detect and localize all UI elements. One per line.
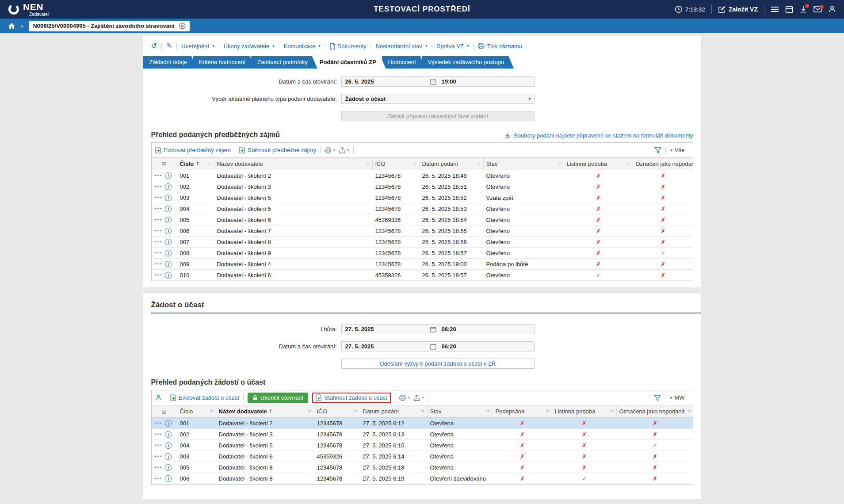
info-icon[interactable]: i — [165, 464, 172, 471]
row-actions-icon[interactable]: ••• — [154, 454, 163, 458]
calendar-button[interactable] — [785, 5, 793, 13]
column-header-ico[interactable]: IČO▽ — [314, 405, 360, 417]
info-icon[interactable]: i — [165, 206, 172, 212]
row-actions-icon[interactable]: ••• — [154, 262, 163, 266]
calendar-icon[interactable] — [430, 344, 436, 350]
downloads-button[interactable] — [799, 5, 807, 13]
column-filter-icon[interactable]: ▽ — [412, 162, 416, 166]
start-next-phase-button[interactable]: Zahájit přípravu následující fáze podání — [341, 111, 535, 121]
tab-kriteria-hodnoceni[interactable]: Kritéria hodnocení — [193, 56, 256, 69]
info-icon[interactable]: i — [165, 172, 172, 179]
add-request-button[interactable]: Evidovat žádost o účast — [170, 394, 239, 401]
table-row[interactable]: ••• i 001 Dodavatel - školení 2 12345678… — [152, 418, 693, 429]
column-header-ico[interactable]: IČO▽ — [373, 158, 420, 170]
open-datetime-input[interactable]: 26. 5. 2025 19:00 — [341, 76, 535, 87]
row-actions-icon[interactable]: ••• — [154, 206, 163, 211]
info-icon[interactable]: i — [165, 442, 172, 449]
download-requests-button[interactable]: Stáhnout žádosti o účast — [316, 394, 387, 401]
menu-komunikace[interactable]: Komunikace▾ — [284, 43, 321, 50]
menu-sprava-vz[interactable]: Správa VZ▾ — [436, 43, 469, 50]
table-row[interactable]: ••• i 002 Dodavatel - školení 3 12345678… — [152, 181, 693, 192]
add-prelim-button[interactable]: Evidovat předběžný zájem — [155, 147, 231, 153]
column-filter-icon[interactable]: ▽ — [206, 162, 211, 166]
time-value[interactable]: 06:20 — [442, 326, 456, 332]
table-row[interactable]: ••• i 004 Dodavatel - školení 5 12345678… — [152, 203, 693, 214]
row-actions-icon[interactable]: ••• — [154, 421, 163, 425]
row-actions-icon[interactable]: ••• — [154, 432, 163, 436]
print-table-button[interactable]: ▾ — [325, 147, 335, 153]
deadline-input[interactable]: 27. 5. 2025 06:20 — [341, 324, 535, 334]
row-actions-icon[interactable]: ••• — [154, 443, 163, 447]
download-prelim-button[interactable]: Stáhnout předběžné zájmy — [239, 147, 316, 153]
column-header-cislo[interactable]: Číslo↑▽ — [177, 158, 214, 170]
column-filter-icon[interactable]: ▽ — [686, 409, 691, 413]
home-button[interactable] — [8, 23, 15, 29]
row-actions-icon[interactable]: ••• — [154, 229, 163, 233]
row-actions-icon[interactable]: ••• — [154, 173, 163, 178]
column-filter-icon[interactable]: ▽ — [556, 162, 561, 166]
tab-vysledek[interactable]: Výsledek zadávacího postupu — [422, 56, 514, 69]
row-actions-icon[interactable]: ••• — [154, 251, 163, 255]
column-settings[interactable]: ⊞ — [152, 158, 177, 170]
info-icon[interactable]: i — [165, 420, 172, 427]
assign-person-button[interactable] — [155, 394, 162, 401]
column-filter-icon[interactable]: ▽ — [485, 409, 489, 413]
date-value[interactable]: 27. 5. 2025 — [342, 326, 430, 332]
nen-logo[interactable]: NEN Zadavatel — [8, 2, 49, 17]
column-header-stav[interactable]: Stav▽ — [484, 158, 564, 170]
menu-dokumenty[interactable]: Dokumenty — [330, 43, 367, 50]
info-icon[interactable]: i — [165, 272, 172, 279]
profile-button[interactable] — [828, 5, 836, 13]
row-actions-icon[interactable]: ••• — [154, 273, 163, 277]
info-icon[interactable]: i — [165, 250, 172, 256]
info-icon[interactable]: i — [165, 261, 172, 267]
column-filter-icon[interactable]: ▽ — [352, 409, 357, 413]
table-row[interactable]: ••• i 008 Dodavatel - školení 9 12345678… — [152, 248, 693, 259]
end-opening-button[interactable]: Ukončit otevírání — [248, 393, 309, 403]
row-actions-icon[interactable]: ••• — [154, 465, 163, 470]
table-row[interactable]: ••• i 005 Dodavatel - školení 8 12345678… — [152, 462, 693, 473]
export-table-button[interactable]: ▾ — [414, 394, 424, 401]
print-table-button[interactable]: ▾ — [399, 395, 410, 401]
menu-ukony-zadavatele[interactable]: Úkony zadavatele▾ — [224, 43, 275, 50]
menu-button[interactable] — [771, 6, 779, 12]
column-filter-icon[interactable]: ▽ — [365, 162, 369, 166]
info-icon[interactable]: i — [165, 431, 172, 438]
info-icon[interactable]: i — [165, 239, 172, 245]
calendar-icon[interactable] — [430, 326, 436, 332]
menu-tisk-zaznamu[interactable]: Tisk záznamu — [478, 43, 522, 50]
menu-uverejneni[interactable]: Uveřejnění▾ — [181, 43, 214, 50]
column-header-datum[interactable]: Datum podání▽ — [420, 158, 484, 170]
row-actions-icon[interactable]: ••• — [154, 218, 163, 222]
table-row[interactable]: ••• i 003 Dodavatel - školení 6 45359326… — [152, 451, 693, 462]
filter-button[interactable] — [654, 147, 661, 153]
column-header-dodavatel[interactable]: Název dodavatele↑▽ — [216, 405, 314, 417]
table-row[interactable]: ••• i 004 Dodavatel - školení 5 12345678… — [152, 440, 693, 451]
table-row[interactable]: ••• i 005 Dodavatel - školení 6 45359326… — [152, 214, 693, 225]
info-icon[interactable]: i — [165, 195, 172, 201]
row-actions-icon[interactable]: ••• — [154, 195, 163, 200]
tab-zakladni-udaje[interactable]: Základní údaje — [143, 56, 197, 69]
tab-zadavaci-podminky[interactable]: Zadávací podmínky — [251, 56, 317, 69]
table-row[interactable]: ••• i 006 Dodavatel - školení 8 12345678… — [152, 473, 693, 484]
column-settings[interactable]: ⊞ — [152, 405, 177, 417]
send-invitation-button[interactable]: Odeslání výzvy k podání žádosti o účast … — [341, 359, 535, 369]
column-header-listinna[interactable]: Listinná podoba▽ — [564, 158, 633, 170]
column-filter-icon[interactable]: ▽ — [609, 409, 613, 413]
time-value[interactable]: 19:00 — [442, 78, 456, 85]
edit-icon[interactable]: ✎ — [166, 42, 172, 50]
row-actions-icon[interactable]: ••• — [154, 184, 163, 189]
info-icon[interactable]: i — [165, 183, 172, 190]
info-icon[interactable]: i — [165, 228, 172, 234]
calendar-icon[interactable] — [430, 79, 436, 85]
table-row[interactable]: ••• i 003 Dodavatel - školení 5 12345678… — [152, 192, 693, 203]
submission-type-select[interactable]: Žádost o účast ▾ — [341, 94, 535, 104]
column-header-dodavatel[interactable]: Název dodavatele▽ — [214, 158, 373, 170]
row-actions-icon[interactable]: ••• — [154, 240, 163, 244]
row-actions-icon[interactable]: ••• — [154, 476, 163, 481]
grid-icon[interactable]: ⊞ — [161, 160, 167, 168]
column-header-stav[interactable]: Stav▽ — [428, 405, 493, 417]
open-datetime-input[interactable]: 27. 5. 2025 06:20 — [341, 341, 535, 351]
table-row[interactable]: ••• i 007 Dodavatel - školení 8 12345678… — [152, 237, 693, 248]
tab-podani-ucastniku[interactable]: Podání účastníků ZP — [313, 56, 386, 69]
